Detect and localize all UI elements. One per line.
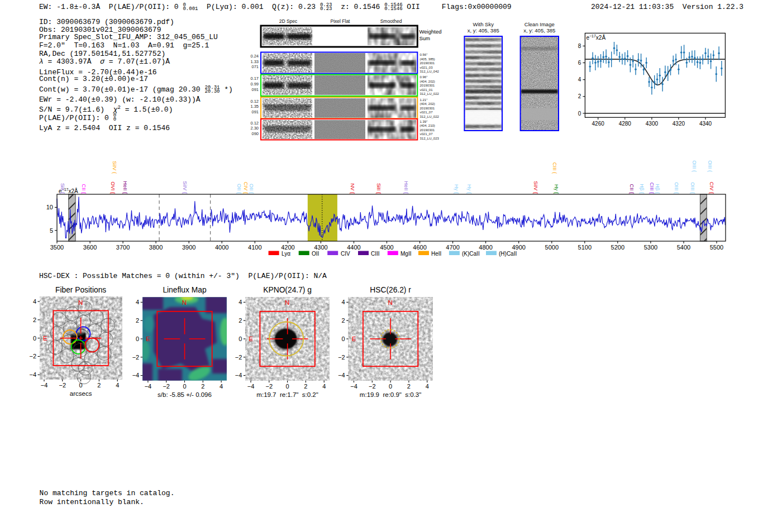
svg-text:5200: 5200 bbox=[611, 244, 624, 251]
svg-text:−4: −4 bbox=[132, 372, 140, 378]
svg-text:−2: −2 bbox=[369, 383, 376, 390]
svg-text:312_LU_023: 312_LU_023 bbox=[420, 137, 440, 140]
svg-text:20190301: 20190301 bbox=[420, 84, 435, 87]
svg-text:SiIV {: SiIV { bbox=[182, 181, 188, 194]
svg-text:091: 091 bbox=[251, 87, 259, 92]
svg-text:P(LAE)/P(OII): 0 00​: P(LAE)/P(OII): 0 00​ bbox=[39, 113, 116, 122]
svg-text:3500: 3500 bbox=[50, 244, 64, 251]
svg-text:(K)CaII: (K)CaII bbox=[462, 251, 480, 257]
svg-text:Lineflux Map: Lineflux Map bbox=[163, 286, 207, 294]
svg-text:e−17x2Å: e−17x2Å bbox=[586, 34, 605, 41]
svg-text:Hγ {: Hγ { bbox=[466, 184, 472, 194]
svg-text:v021_07: v021_07 bbox=[420, 132, 433, 136]
svg-text:Hβ {: Hβ { bbox=[639, 184, 645, 194]
svg-text:0: 0 bbox=[33, 335, 36, 342]
svg-text:S/N = 9.7(±1.6) χ2 = 1.5(±0.0: S/N = 9.7(±1.6) χ2 = 1.5(±0.0) bbox=[39, 105, 173, 114]
svg-text:HeII: HeII bbox=[431, 251, 441, 257]
svg-text:1.33: 1.33 bbox=[250, 59, 259, 64]
svg-text:−4: −4 bbox=[29, 371, 36, 378]
svg-text:5500: 5500 bbox=[710, 244, 723, 251]
svg-text:6: 6 bbox=[578, 60, 581, 66]
svg-text:20190301: 20190301 bbox=[420, 61, 435, 65]
svg-text:2.30: 2.30 bbox=[250, 126, 259, 131]
svg-text:E: E bbox=[146, 336, 150, 342]
svg-text:OVI {: OVI { bbox=[110, 181, 116, 194]
svg-text:0.17: 0.17 bbox=[250, 76, 259, 81]
svg-text:(405, 385): (405, 385) bbox=[420, 57, 435, 61]
svg-text:−4: −4 bbox=[247, 383, 255, 390]
svg-text:Hγ {: Hγ { bbox=[454, 184, 459, 194]
svg-text:Obs: 20190301v021_3090063679: Obs: 20190301v021_3090063679 bbox=[39, 26, 161, 34]
svg-text:4100: 4100 bbox=[248, 244, 261, 251]
svg-text:2: 2 bbox=[342, 317, 345, 324]
svg-text:Weighted: Weighted bbox=[419, 28, 442, 35]
svg-text:4: 4 bbox=[239, 299, 242, 305]
svg-text:090: 090 bbox=[251, 131, 259, 136]
svg-text:0: 0 bbox=[342, 336, 345, 342]
svg-text:4: 4 bbox=[220, 383, 223, 390]
svg-text:x, y: 405, 385: x, y: 405, 385 bbox=[523, 27, 555, 33]
svg-text:HSC-DEX : Possible Matches = 0: HSC-DEX : Possible Matches = 0 (within +… bbox=[39, 272, 327, 280]
svg-text:8: 8 bbox=[578, 43, 581, 49]
svg-text:−4: −4 bbox=[41, 382, 48, 389]
svg-text:(404, 210): (404, 210) bbox=[420, 124, 435, 127]
svg-text:CIV {: CIV { bbox=[709, 182, 714, 194]
svg-text:4500: 4500 bbox=[380, 244, 393, 251]
svg-text:4: 4 bbox=[322, 383, 326, 390]
svg-text:SiIV (: SiIV ( bbox=[112, 161, 117, 174]
svg-text:−4: −4 bbox=[235, 372, 242, 378]
svg-text:0.99: 0.99 bbox=[250, 82, 259, 87]
svg-text:2D Spec: 2D Spec bbox=[279, 18, 298, 24]
svg-text:SiII {: SiII { bbox=[376, 183, 382, 194]
svg-text:arcsecs: arcsecs bbox=[70, 390, 92, 397]
svg-text:s/b: -5.85 +/- 0.096: s/b: -5.85 +/- 0.096 bbox=[158, 391, 212, 398]
svg-text:4200: 4200 bbox=[281, 244, 294, 251]
svg-text:5000: 5000 bbox=[545, 244, 559, 251]
svg-text:4340: 4340 bbox=[699, 121, 712, 127]
svg-text:4320: 4320 bbox=[673, 121, 685, 127]
svg-text:4700: 4700 bbox=[446, 244, 459, 251]
svg-text:4280: 4280 bbox=[619, 121, 632, 127]
svg-text:With Sky: With Sky bbox=[473, 21, 494, 27]
svg-text:HeII {: HeII { bbox=[122, 181, 128, 194]
svg-text:0.56": 0.56" bbox=[420, 53, 428, 56]
svg-text:4900: 4900 bbox=[512, 244, 525, 251]
svg-text:−2: −2 bbox=[132, 354, 140, 361]
svg-text:4: 4 bbox=[136, 299, 139, 305]
svg-text:SiIV {: SiIV { bbox=[533, 181, 538, 194]
svg-text:0.12: 0.12 bbox=[250, 99, 259, 104]
svg-text:1.35: 1.35 bbox=[250, 104, 259, 109]
svg-text:2: 2 bbox=[136, 317, 139, 324]
svg-text:−2: −2 bbox=[59, 382, 66, 389]
svg-text:0.12: 0.12 bbox=[250, 121, 259, 126]
svg-text:v021_07: v021_07 bbox=[420, 111, 433, 114]
svg-text:Clean Image: Clean Image bbox=[524, 21, 555, 27]
svg-text:0: 0 bbox=[183, 383, 186, 390]
svg-text:−2: −2 bbox=[266, 383, 273, 390]
svg-text:−4: −4 bbox=[338, 372, 345, 378]
svg-text:1.21": 1.21" bbox=[420, 98, 428, 102]
svg-text:No matching targets in catalog: No matching targets in catalog. bbox=[40, 489, 175, 497]
svg-text:NV {: NV { bbox=[350, 183, 355, 194]
svg-text:CIV: CIV bbox=[341, 251, 350, 257]
svg-text:OII: OII bbox=[312, 251, 319, 257]
svg-text:4800: 4800 bbox=[479, 244, 492, 251]
svg-text:OIII (: OIII ( bbox=[707, 160, 713, 172]
svg-text:Hβ {: Hβ { bbox=[655, 184, 660, 194]
svg-text:EW: -1.8±-0.3Å P(LAE)/P(OII):: EW: -1.8±-0.3Å P(LAE)/P(OII): 0 00.001​ … bbox=[39, 2, 512, 12]
svg-text:2: 2 bbox=[239, 317, 242, 324]
svg-text:071: 071 bbox=[251, 64, 259, 69]
svg-text:E: E bbox=[249, 336, 253, 342]
svg-text:Row intentionally blank.: Row intentionally blank. bbox=[40, 498, 144, 506]
svg-text:312_LU_022: 312_LU_022 bbox=[420, 115, 440, 118]
svg-text:m:19.9 re:0.9" s:0.3": m:19.9 re:0.9" s:0.3" bbox=[360, 391, 421, 398]
svg-text:KPNO(24.7) g: KPNO(24.7) g bbox=[263, 286, 312, 294]
svg-text:(404, 202): (404, 202) bbox=[420, 102, 435, 106]
svg-text:10: 10 bbox=[46, 204, 53, 210]
svg-text:CIV {: CIV { bbox=[243, 182, 249, 194]
svg-text:Lyα: Lyα bbox=[282, 251, 290, 257]
svg-text:3600: 3600 bbox=[83, 244, 97, 251]
svg-text:m:19.7 re:1.7" s:0.2": m:19.7 re:1.7" s:0.2" bbox=[256, 391, 318, 398]
svg-text:0: 0 bbox=[578, 111, 581, 117]
svg-text:LyA z = 2.5404 OII z = 0.1546: LyA z = 2.5404 OII z = 0.1546 bbox=[39, 124, 170, 132]
